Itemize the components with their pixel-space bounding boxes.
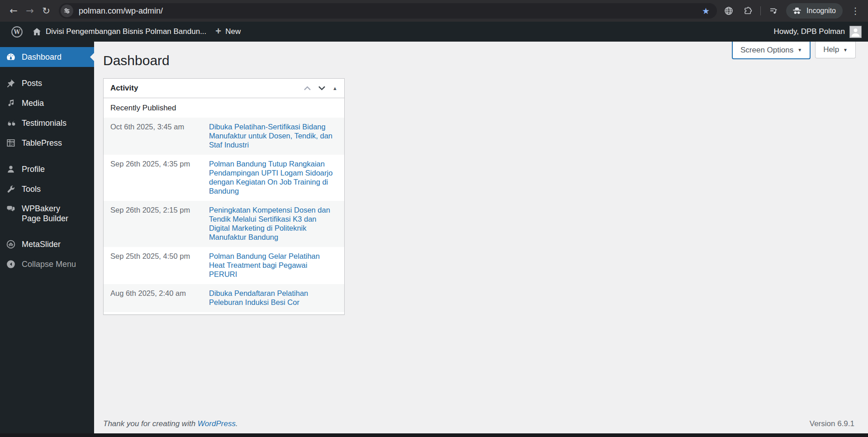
activity-row: Sep 25th 2025, 4:50 pm Polman Bandung Ge… <box>104 247 344 284</box>
activity-row: Sep 26th 2025, 4:35 pm Polman Bandung Tu… <box>104 155 344 201</box>
chevron-down-icon: ▼ <box>797 48 802 52</box>
incognito-badge[interactable]: Incognito <box>786 3 843 19</box>
window-bottom-edge <box>0 433 868 437</box>
sidebar-item-label: Collapse Menu <box>22 260 76 269</box>
sidebar-item-label: Tools <box>22 185 41 194</box>
wordpress-link[interactable]: WordPress <box>198 419 236 428</box>
screen-options-label: Screen Options <box>740 46 793 55</box>
activity-title: Activity <box>110 84 304 93</box>
post-link[interactable]: Dibuka Pendaftaran Pelatihan Peleburan I… <box>209 289 337 307</box>
post-link[interactable]: Polman Bandung Gelar Pelatihan Heat Trea… <box>209 252 337 279</box>
sidebar-item-tablepress[interactable]: TablePress <box>0 133 94 153</box>
chat-bubbles-icon <box>6 204 16 214</box>
sidebar-item-label: MetaSlider <box>22 240 61 249</box>
footer-thanks-period: . <box>236 419 238 428</box>
move-down-icon[interactable] <box>318 86 326 91</box>
collapse-menu-button[interactable]: Collapse Menu <box>0 254 94 274</box>
toolbar-actions: Incognito ⋮ <box>721 3 863 19</box>
reload-icon[interactable]: ↻ <box>38 3 54 19</box>
sidebar-item-posts[interactable]: Posts <box>0 73 94 93</box>
wordpress-logo-icon[interactable]: W <box>6 22 28 42</box>
browser-window: ← → ↻ polman.com/wp-admin/ ★ <box>0 0 868 437</box>
new-label: New <box>225 27 241 36</box>
forward-icon[interactable]: → <box>22 3 38 19</box>
dashboard-gauge-icon <box>6 52 16 62</box>
extensions-icon[interactable] <box>740 3 756 19</box>
back-icon[interactable]: ← <box>5 3 22 19</box>
post-date: Oct 6th 2025, 3:45 am <box>110 122 209 149</box>
post-link[interactable]: Polman Bandung Tutup Rangkaian Pendampin… <box>209 159 337 195</box>
screen-meta-links: Screen Options ▼ Help ▼ <box>732 42 856 59</box>
recently-published-heading: Recently Published <box>104 98 344 118</box>
move-up-icon[interactable] <box>304 86 311 91</box>
sidebar-item-label: Testimonials <box>22 119 66 128</box>
help-label: Help <box>823 45 839 54</box>
new-content-button[interactable]: + New <box>211 22 245 42</box>
sidebar-item-label: Dashboard <box>22 52 62 62</box>
activity-row: Oct 6th 2025, 3:45 am Dibuka Pelatihan-S… <box>104 118 344 155</box>
dashboard-content: Screen Options ▼ Help ▼ Dashboard Activi… <box>94 42 868 433</box>
sidebar-item-metaslider[interactable]: MetaSlider <box>0 234 94 254</box>
activity-row: Aug 6th 2025, 2:40 am Dibuka Pendaftaran… <box>104 284 344 312</box>
help-button[interactable]: Help ▼ <box>815 42 856 58</box>
post-link[interactable]: Dibuka Pelatihan-Sertifikasi Bidang Manu… <box>209 122 337 149</box>
admin-footer: Thank you for creating with WordPress. V… <box>103 419 854 428</box>
collapse-arrow-icon <box>6 259 16 269</box>
sidebar-item-dashboard[interactable]: Dashboard <box>0 47 94 67</box>
url-text[interactable]: polman.com/wp-admin/ <box>79 6 700 16</box>
footer-thanks-text: Thank you for creating with <box>103 419 198 428</box>
address-bar[interactable]: polman.com/wp-admin/ ★ <box>59 3 717 19</box>
account-menu[interactable]: Howdy, DPB Polman <box>774 27 845 36</box>
globe-icon[interactable] <box>721 3 737 19</box>
sidebar-item-label: Media <box>22 99 44 108</box>
metaslider-icon <box>6 239 16 249</box>
quote-icon <box>6 118 16 128</box>
site-link[interactable]: Divisi Pengembangan Bisnis Polman Bandun… <box>28 22 211 42</box>
admin-menu: Dashboard Posts Media Testimonials <box>0 42 94 433</box>
sidebar-item-media[interactable]: Media <box>0 93 94 113</box>
sidebar-item-label: WPBakery Page Builder <box>22 204 81 223</box>
post-date: Aug 6th 2025, 2:40 am <box>110 289 209 307</box>
plus-icon: + <box>215 26 221 36</box>
wrench-icon <box>6 184 16 194</box>
user-icon <box>6 164 16 174</box>
incognito-label: Incognito <box>806 7 836 15</box>
browser-toolbar: ← → ↻ polman.com/wp-admin/ ★ <box>0 0 868 22</box>
activity-widget: Activity ▲ Recently Published Oct 6th 20… <box>103 78 345 315</box>
activity-row: Sep 26th 2025, 2:15 pm Peningkatan Kompe… <box>104 201 344 247</box>
post-link[interactable]: Peningkatan Kompetensi Dosen dan Tendik … <box>209 205 337 242</box>
pushpin-icon <box>6 78 16 88</box>
sidebar-item-profile[interactable]: Profile <box>0 159 94 179</box>
svg-text:W: W <box>13 28 20 35</box>
sidebar-item-label: TablePress <box>22 138 62 148</box>
toolbar-divider <box>760 6 761 15</box>
avatar[interactable] <box>849 26 862 38</box>
media-controls-icon[interactable] <box>765 3 782 19</box>
post-date: Sep 26th 2025, 2:15 pm <box>110 205 209 242</box>
sidebar-item-testimonials[interactable]: Testimonials <box>0 113 94 133</box>
post-date: Sep 25th 2025, 4:50 pm <box>110 252 209 279</box>
screen-options-button[interactable]: Screen Options ▼ <box>732 42 811 59</box>
incognito-icon <box>792 6 802 15</box>
toggle-panel-icon[interactable]: ▲ <box>332 86 337 91</box>
bookmark-star-icon[interactable]: ★ <box>700 6 711 16</box>
footer-thanks: Thank you for creating with WordPress. <box>103 419 238 428</box>
chevron-down-icon: ▼ <box>843 48 848 52</box>
post-date: Sep 26th 2025, 4:35 pm <box>110 159 209 195</box>
site-settings-icon[interactable] <box>61 5 73 17</box>
activity-widget-header[interactable]: Activity ▲ <box>104 79 344 98</box>
table-icon <box>6 138 16 148</box>
site-name: Divisi Pengembangan Bisnis Polman Bandun… <box>46 27 206 36</box>
version-text: Version 6.9.1 <box>810 419 854 428</box>
sidebar-item-wpbakery[interactable]: WPBakery Page Builder <box>0 199 94 228</box>
media-notes-icon <box>6 98 16 108</box>
sidebar-item-label: Profile <box>22 165 45 174</box>
home-icon <box>32 27 42 36</box>
wp-admin-bar: W Divisi Pengembangan Bisnis Polman Band… <box>0 22 868 42</box>
sidebar-item-label: Posts <box>22 79 42 88</box>
sidebar-item-tools[interactable]: Tools <box>0 179 94 199</box>
menu-dots-icon[interactable]: ⋮ <box>847 3 863 19</box>
